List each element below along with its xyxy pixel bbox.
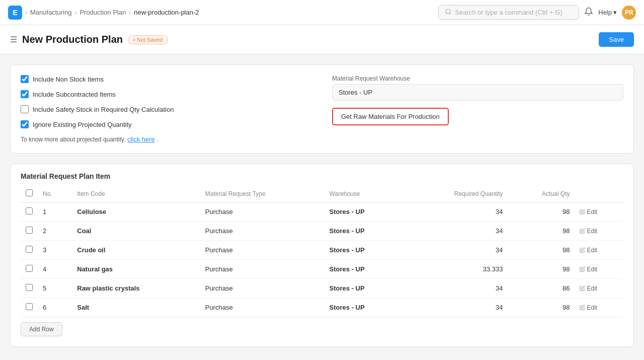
edit-button-6[interactable]: Edit bbox=[580, 304, 618, 311]
options-card: Include Non Stock Items Include Subcontr… bbox=[10, 64, 634, 154]
options-card-body: Include Non Stock Items Include Subcontr… bbox=[11, 65, 633, 153]
cell-edit-4[interactable]: Edit bbox=[575, 260, 623, 279]
options-left: Include Non Stock Items Include Subcontr… bbox=[21, 75, 312, 143]
breadcrumb-sep-2: › bbox=[74, 9, 76, 16]
warehouse-label: Material Request Warehouse bbox=[332, 75, 623, 82]
save-button[interactable]: Save bbox=[599, 32, 634, 47]
hamburger-icon[interactable]: ☰ bbox=[10, 35, 17, 44]
cell-required-qty-5: 34 bbox=[405, 279, 508, 298]
page-title: New Production Plan bbox=[22, 34, 123, 45]
table-body: 1 Cellulose Purchase Stores - UP 34 98 E… bbox=[21, 202, 623, 317]
navbar-right: Search or type a command (Ctrl + G) Help… bbox=[438, 5, 636, 20]
material-request-section-title: Material Request Plan Item bbox=[11, 164, 633, 180]
row-checkbox-5[interactable] bbox=[26, 284, 33, 291]
get-raw-materials-button[interactable]: Get Raw Materials For Production bbox=[332, 108, 449, 125]
svg-line-1 bbox=[450, 13, 451, 15]
projected-note-container: To know more about projected quantity, c… bbox=[21, 135, 312, 143]
cell-warehouse-4: Stores - UP bbox=[325, 260, 405, 279]
main-content: Include Non Stock Items Include Subcontr… bbox=[0, 54, 644, 360]
help-button[interactable]: Help ▾ bbox=[598, 9, 617, 16]
cell-no-3: 3 bbox=[38, 241, 72, 260]
include-subcontracted-label: Include Subcontracted Items bbox=[33, 91, 116, 98]
navbar: E › Manufacturing › Production Plan › ne… bbox=[0, 0, 644, 25]
cell-required-qty-6: 34 bbox=[405, 298, 508, 317]
cell-actual-qty-6: 98 bbox=[508, 298, 575, 317]
cell-edit-2[interactable]: Edit bbox=[575, 222, 623, 241]
cell-no-4: 4 bbox=[38, 260, 72, 279]
cell-edit-5[interactable]: Edit bbox=[575, 279, 623, 298]
col-header-item-code: Item Code bbox=[72, 185, 200, 202]
cell-edit-3[interactable]: Edit bbox=[575, 241, 623, 260]
cell-edit-1[interactable]: Edit bbox=[575, 202, 623, 222]
svg-point-0 bbox=[446, 9, 450, 14]
table-row: 5 Raw plastic crystals Purchase Stores -… bbox=[21, 279, 623, 298]
ignore-projected-checkbox[interactable] bbox=[21, 120, 29, 128]
chevron-down-icon: ▾ bbox=[613, 9, 617, 16]
avatar: PR bbox=[622, 6, 636, 20]
cell-material-request-type-2: Purchase bbox=[200, 222, 325, 241]
options-right: Material Request Warehouse Stores - UP G… bbox=[332, 75, 623, 143]
include-subcontracted-checkbox[interactable] bbox=[21, 90, 29, 98]
cell-material-request-type-6: Purchase bbox=[200, 298, 325, 317]
cell-actual-qty-3: 98 bbox=[508, 241, 575, 260]
cell-actual-qty-2: 98 bbox=[508, 222, 575, 241]
table-wrapper: No. Item Code Material Request Type Ware… bbox=[11, 180, 633, 346]
include-non-stock-label: Include Non Stock Items bbox=[33, 76, 104, 83]
col-header-material-request-type: Material Request Type bbox=[200, 185, 325, 202]
cell-required-qty-3: 34 bbox=[405, 241, 508, 260]
table-row: 6 Salt Purchase Stores - UP 34 98 Edit bbox=[21, 298, 623, 317]
breadcrumb-sep-1: › bbox=[25, 9, 27, 16]
col-header-no: No. bbox=[38, 185, 72, 202]
projected-click-here-link[interactable]: click here bbox=[127, 135, 155, 143]
cell-item-code-3: Crude oil bbox=[72, 241, 200, 260]
add-row-button[interactable]: Add Row bbox=[21, 322, 62, 336]
cell-no-2: 2 bbox=[38, 222, 72, 241]
include-non-stock-item: Include Non Stock Items bbox=[21, 75, 312, 83]
cell-material-request-type-5: Purchase bbox=[200, 279, 325, 298]
edit-button-1[interactable]: Edit bbox=[580, 208, 618, 215]
edit-button-2[interactable]: Edit bbox=[580, 228, 618, 235]
include-safety-stock-item: Include Safety Stock in Required Qty Cal… bbox=[21, 105, 312, 113]
col-header-actions bbox=[575, 185, 623, 202]
warehouse-field: Material Request Warehouse Stores - UP bbox=[332, 75, 623, 101]
page-header-left: ☰ New Production Plan • Not Saved bbox=[10, 34, 168, 45]
table-row: 3 Crude oil Purchase Stores - UP 34 98 E… bbox=[21, 241, 623, 260]
cell-no-6: 6 bbox=[38, 298, 72, 317]
col-header-actual-qty: Actual Qty bbox=[508, 185, 575, 202]
ignore-projected-label: Ignore Existing Projected Quantity bbox=[33, 121, 132, 128]
include-safety-stock-label: Include Safety Stock in Required Qty Cal… bbox=[33, 106, 174, 113]
cell-warehouse-6: Stores - UP bbox=[325, 298, 405, 317]
cell-material-request-type-3: Purchase bbox=[200, 241, 325, 260]
row-checkbox-4[interactable] bbox=[26, 265, 33, 272]
projected-note-text: To know more about projected quantity, bbox=[21, 136, 127, 143]
cell-material-request-type-4: Purchase bbox=[200, 260, 325, 279]
edit-button-5[interactable]: Edit bbox=[580, 285, 618, 292]
edit-button-3[interactable]: Edit bbox=[580, 247, 618, 254]
page-header: ☰ New Production Plan • Not Saved Save bbox=[0, 25, 644, 54]
breadcrumb-sep-3: › bbox=[129, 9, 131, 16]
breadcrumb-production-plan[interactable]: Production Plan bbox=[79, 9, 126, 16]
include-safety-stock-checkbox[interactable] bbox=[21, 105, 29, 113]
search-bar[interactable]: Search or type a command (Ctrl + G) bbox=[438, 5, 579, 20]
cell-required-qty-1: 34 bbox=[405, 202, 508, 222]
row-checkbox-6[interactable] bbox=[26, 303, 33, 310]
notification-bell[interactable] bbox=[584, 7, 593, 18]
cell-edit-6[interactable]: Edit bbox=[575, 298, 623, 317]
app-icon[interactable]: E bbox=[8, 6, 22, 20]
col-header-warehouse: Warehouse bbox=[325, 185, 405, 202]
ignore-projected-item: Ignore Existing Projected Quantity bbox=[21, 120, 312, 128]
row-checkbox-1[interactable] bbox=[26, 207, 33, 214]
breadcrumb-manufacturing[interactable]: Manufacturing bbox=[30, 9, 71, 16]
edit-button-4[interactable]: Edit bbox=[580, 266, 618, 273]
include-non-stock-checkbox[interactable] bbox=[21, 75, 29, 83]
row-checkbox-2[interactable] bbox=[26, 227, 33, 234]
search-placeholder: Search or type a command (Ctrl + G) bbox=[455, 9, 562, 16]
options-grid: Include Non Stock Items Include Subcontr… bbox=[21, 75, 623, 143]
material-request-table: No. Item Code Material Request Type Ware… bbox=[21, 185, 623, 317]
table-row: 4 Natural gas Purchase Stores - UP 33.33… bbox=[21, 260, 623, 279]
projected-note-period: . bbox=[156, 136, 158, 143]
cell-warehouse-2: Stores - UP bbox=[325, 222, 405, 241]
warehouse-value: Stores - UP bbox=[332, 84, 623, 101]
select-all-checkbox[interactable] bbox=[26, 189, 33, 196]
row-checkbox-3[interactable] bbox=[26, 246, 33, 253]
